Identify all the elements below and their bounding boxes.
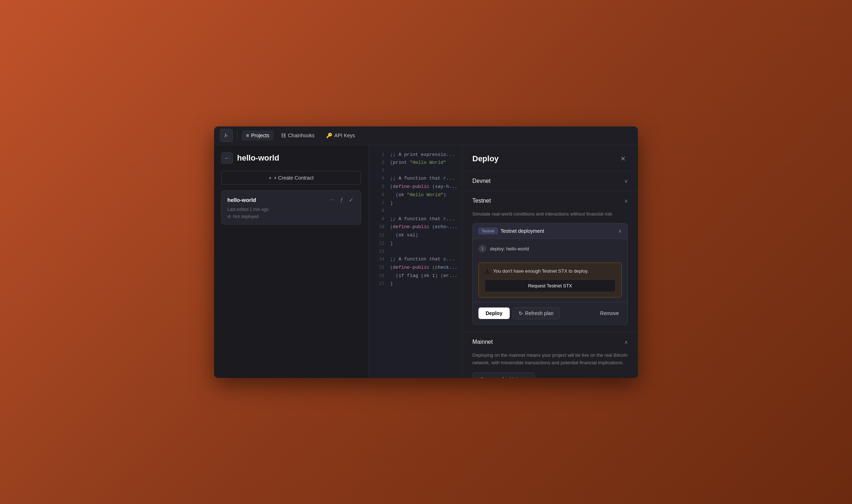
deployment-steps: 1 deploy: hello-world [473, 239, 628, 258]
code-line-4: 4 ;; A function that r... [369, 175, 462, 183]
contract-card: hello-world ··· ƒ ✓ Last edited 1 min ag… [221, 190, 361, 225]
projects-icon: ≡ [246, 133, 249, 138]
nav-divider [237, 131, 237, 140]
nav-api-keys-label: API Keys [334, 133, 355, 138]
remove-button[interactable]: Remove [597, 308, 622, 319]
code-area: 1 ;; A print expressio... 2 (print "Hell… [369, 145, 462, 378]
mainnet-section: Mainnet ∧ Deploying on the mainnet means… [462, 332, 638, 378]
generate-mainnet-button[interactable]: Generate for Mainnet [472, 373, 535, 378]
deployment-label: Testnet deployment [500, 228, 544, 234]
more-options-icon[interactable]: ··· [328, 196, 336, 204]
mainnet-label: Mainnet [472, 339, 493, 345]
contract-actions: ··· ƒ ✓ [328, 196, 355, 204]
code-line-6: 6 (ok "Hello World") [369, 191, 462, 199]
app-window: /- ≡ Projects ⛓ Chainhooks 🔑 API Keys ← … [214, 126, 638, 378]
mainnet-description: Deploying on the mainnet means your proj… [472, 352, 628, 367]
deploy-actions: Deploy ↻ Refresh plan Remove [473, 302, 628, 324]
nav-projects[interactable]: ≡ Projects [242, 130, 274, 140]
code-line-3: 3 [369, 167, 462, 175]
project-title: hello-world [237, 153, 279, 163]
warning-text: You don't have enough Testnet STX to dep… [493, 268, 588, 274]
devnet-chevron-icon: ∨ [624, 178, 628, 184]
not-deployed-icon: ⊖ [227, 214, 231, 219]
testnet-section-header[interactable]: Testnet ∧ [462, 191, 638, 211]
contract-card-header: hello-world ··· ƒ ✓ [227, 196, 355, 204]
deploy-title: Deploy [472, 154, 499, 163]
create-contract-label: + Create Contract [274, 175, 314, 181]
code-line-5: 5 (define-public (say-h... [369, 183, 462, 191]
logo-badge[interactable]: /- [220, 129, 233, 142]
refresh-label: Refresh plan [525, 310, 554, 316]
deployment-card-header: Testnet Testnet deployment ∧ [473, 223, 628, 239]
testnet-deployment-card: Testnet Testnet deployment ∧ 1 deploy: h… [472, 223, 628, 325]
code-line-14: 14 ;; A function that c... [369, 255, 462, 264]
warning-box: ⚠ You don't have enough Testnet STX to d… [478, 263, 622, 297]
network-tag: Testnet [478, 228, 497, 234]
function-icon[interactable]: ƒ [339, 196, 344, 204]
refresh-plan-button[interactable]: ↻ Refresh plan [513, 307, 560, 319]
code-line-1: 1 ;; A print expressio... [369, 151, 462, 159]
warning-content: ⚠ You don't have enough Testnet STX to d… [485, 268, 616, 275]
code-line-10: 10 (define-public (echo-... [369, 223, 462, 231]
code-line-7: 7 ) [369, 199, 462, 208]
back-button[interactable]: ← [221, 152, 233, 164]
testnet-chevron-icon: ∧ [624, 198, 628, 204]
contract-last-edited: Last edited 1 min ago [227, 207, 355, 212]
testnet-section-content: Simulate real-world conditions and inter… [462, 211, 638, 332]
refresh-icon: ↻ [519, 310, 523, 316]
code-line-9: 9 ;; A function that r... [369, 215, 462, 223]
warning-icon: ⚠ [485, 268, 490, 275]
key-icon: 🔑 [326, 133, 332, 138]
code-line-2: 2 (print "Hello World" [369, 159, 462, 167]
deployment-card-title: Testnet Testnet deployment [478, 228, 544, 234]
code-line-12: 12 ) [369, 240, 462, 248]
code-line-13: 13 [369, 248, 462, 255]
nav-chainhooks[interactable]: ⛓ Chainhooks [277, 130, 319, 140]
main-content: ← hello-world + + Create Contract hello-… [214, 145, 638, 378]
testnet-label: Testnet [472, 198, 491, 204]
deploy-button[interactable]: Deploy [478, 308, 510, 319]
nav-api-keys[interactable]: 🔑 API Keys [322, 130, 360, 140]
step-label: deploy: hello-world [490, 246, 529, 251]
contract-list: hello-world ··· ƒ ✓ Last edited 1 min ag… [214, 188, 368, 378]
step-number: 1 [478, 245, 486, 253]
testnet-description: Simulate real-world conditions and inter… [472, 211, 628, 218]
deployment-card-chevron-icon: ∧ [618, 228, 622, 234]
project-header: ← hello-world [214, 145, 368, 168]
code-line-11: 11 (ok val) [369, 231, 462, 240]
deploy-header: Deploy ✕ [462, 145, 638, 171]
devnet-label: Devnet [472, 178, 491, 184]
contract-status-label: Not deployed [233, 214, 259, 219]
contract-name: hello-world [227, 197, 256, 203]
code-editor[interactable]: 1 ;; A print expressio... 2 (print "Hell… [369, 145, 462, 378]
contract-status: ⊖ Not deployed [227, 214, 355, 219]
deploy-panel: Deploy ✕ Devnet ∨ Testnet ∧ Simulate rea… [462, 145, 638, 378]
left-panel: ← hello-world + + Create Contract hello-… [214, 145, 369, 378]
testnet-section: Testnet ∧ Simulate real-world conditions… [462, 191, 638, 333]
mainnet-section-header[interactable]: Mainnet ∧ [462, 332, 638, 352]
navbar: /- ≡ Projects ⛓ Chainhooks 🔑 API Keys [214, 126, 638, 145]
close-button[interactable]: ✕ [618, 154, 628, 164]
mainnet-section-content: Deploying on the mainnet means your proj… [462, 352, 638, 378]
nav-projects-label: Projects [251, 133, 269, 138]
mainnet-chevron-icon: ∧ [624, 339, 628, 345]
devnet-section: Devnet ∨ [462, 171, 638, 191]
check-icon[interactable]: ✓ [347, 196, 355, 204]
nav-chainhooks-label: Chainhooks [288, 133, 315, 138]
request-stx-button[interactable]: Request Testnet STX [485, 279, 616, 292]
code-line-17: 17 ) [369, 280, 462, 288]
devnet-section-header[interactable]: Devnet ∨ [462, 171, 638, 191]
plus-icon: + [269, 175, 272, 181]
code-line-16: 16 (if flag (ok 1) (er... [369, 272, 462, 280]
chainhooks-icon: ⛓ [281, 133, 286, 138]
code-line-8: 8 [369, 207, 462, 215]
code-line-15: 15 (define-public (check... [369, 264, 462, 272]
create-contract-button[interactable]: + + Create Contract [221, 171, 361, 185]
step-item-1: 1 deploy: hello-world [478, 243, 622, 254]
